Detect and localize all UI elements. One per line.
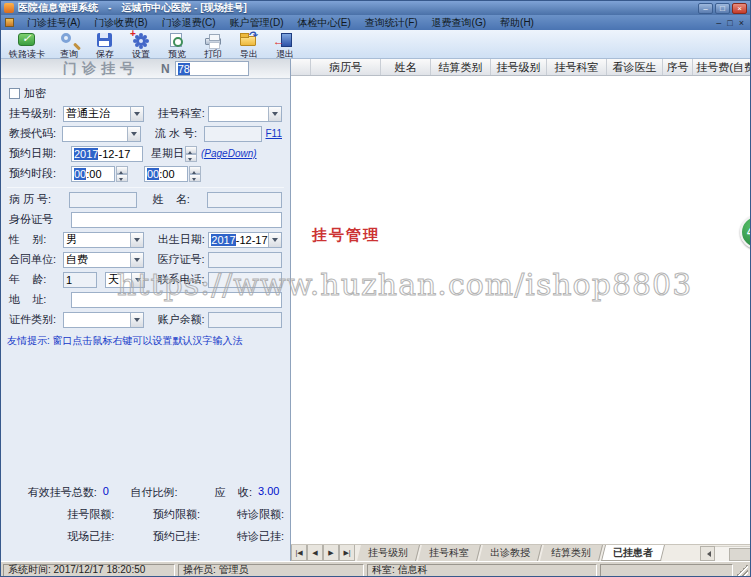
chevron-down-icon[interactable] [130, 233, 143, 247]
gender-select[interactable]: 男 [63, 232, 144, 248]
encrypt-label: 加密 [24, 86, 46, 101]
age-unit-select[interactable]: 天 [105, 272, 146, 288]
sheet-tabstrip: |◀ ◀ ▶ ▶| 挂号级别 挂号科室 出诊教授 结算类别 已挂患者 [291, 544, 751, 561]
col-doctor[interactable]: 看诊医生 [607, 59, 663, 75]
balance-input[interactable] [208, 312, 282, 328]
tab-visiting-professor[interactable]: 出诊教授 [479, 545, 542, 561]
col-seq-no[interactable]: 序号 [663, 59, 693, 75]
exit-button[interactable]: 退出 [267, 30, 303, 58]
menu-checkup-center[interactable]: 体检中心(E) [290, 15, 357, 30]
print-button[interactable]: 打印 [195, 30, 231, 58]
menu-query-stats[interactable]: 查询统计(F) [358, 15, 425, 30]
tab-reg-level[interactable]: 挂号级别 [357, 545, 420, 561]
encrypt-checkbox[interactable] [9, 88, 20, 99]
valid-count-value: 0 [103, 485, 129, 500]
chevron-down-icon[interactable] [131, 273, 144, 287]
chevron-down-icon[interactable] [127, 127, 140, 141]
col-settle-type[interactable]: 结算类别 [431, 59, 491, 75]
settings-button[interactable]: 设置 [123, 30, 159, 58]
address-input[interactable] [71, 292, 282, 308]
chevron-down-icon[interactable] [268, 107, 281, 121]
tab-last-button[interactable]: ▶| [339, 545, 355, 561]
menu-outpatient-charge[interactable]: 门诊收费(B) [87, 15, 154, 30]
id-no-input[interactable] [71, 212, 282, 228]
close-button[interactable]: × [732, 3, 747, 14]
appt-time-end-input[interactable]: 00:00 [144, 166, 188, 182]
reg-dept-select[interactable] [208, 106, 282, 122]
prof-code-select[interactable] [62, 126, 141, 142]
module-title: 挂号管理 [312, 226, 380, 245]
horizontal-scrollbar[interactable] [700, 545, 751, 561]
medical-no-input[interactable] [208, 252, 282, 268]
menu-outpatient-refund[interactable]: 门诊退费(C) [155, 15, 223, 30]
mdi-minimize-button[interactable]: – [716, 18, 721, 28]
time-end-spinner[interactable] [189, 166, 201, 182]
query-button[interactable]: 查询 [51, 30, 87, 58]
reg-level-select[interactable]: 普通主治 [63, 106, 144, 122]
menu-help[interactable]: 帮助(H) [493, 15, 541, 30]
system-time: 系统时间: 2017/12/17 18:20:50 [3, 564, 175, 577]
speed-monitor-widget[interactable]: 45% 0K/s 0K/s [744, 218, 751, 246]
birth-date-label: 出生日期: [158, 232, 209, 247]
col-reg-level[interactable]: 挂号级别 [491, 59, 547, 75]
f11-link[interactable]: F11 [266, 128, 283, 139]
registration-number-input[interactable]: 78 [175, 61, 249, 76]
contract-unit-label: 合同单位: [9, 252, 63, 267]
save-button[interactable]: 保存 [87, 30, 123, 58]
preview-button[interactable]: 预览 [159, 30, 195, 58]
col-reg-dept[interactable]: 挂号科室 [547, 59, 607, 75]
chevron-down-icon[interactable] [130, 253, 143, 267]
cert-type-select[interactable] [63, 312, 144, 328]
cert-type-label: 证件类别: [9, 312, 63, 327]
age-input[interactable]: 1 [63, 272, 97, 288]
onsite-registered-label: 现场已挂: [67, 529, 114, 544]
save-icon [93, 32, 117, 49]
summary-section: 有效挂号总数: 0 自付比例: 应 收: 3.00 挂号限额: 预约限额: 特诊… [1, 485, 290, 551]
memory-percent-badge[interactable]: 45% [740, 215, 751, 249]
mdi-restore-button[interactable]: □ [727, 18, 732, 28]
pagedown-link[interactable]: (PageDown) [201, 148, 257, 159]
patients-grid-panel: 病历号 姓名 结算类别 挂号级别 挂号科室 看诊医生 序号 挂号费(自费总额) … [291, 59, 751, 561]
tab-prev-button[interactable]: ◀ [307, 545, 323, 561]
statusbar: 系统时间: 2017/12/17 18:20:50 操作员: 管理员 科室: 信… [1, 561, 750, 577]
appt-time-start-input[interactable]: 00:00 [71, 166, 115, 182]
preview-icon [165, 32, 189, 49]
resize-grip[interactable] [736, 564, 748, 576]
chevron-down-icon[interactable] [130, 107, 143, 121]
birth-date-select[interactable]: 2017-12-17 [208, 232, 282, 248]
col-name[interactable]: 姓名 [381, 59, 431, 75]
case-no-input[interactable] [69, 192, 137, 208]
col-case-no[interactable]: 病历号 [311, 59, 381, 75]
tab-next-button[interactable]: ▶ [323, 545, 339, 561]
menu-refund-query[interactable]: 退费查询(G) [425, 15, 493, 30]
col-reg-fee[interactable]: 挂号费(自费总额) [693, 59, 751, 75]
balance-label: 账户余额: [158, 312, 209, 327]
tab-settle-type[interactable]: 结算类别 [540, 545, 603, 561]
grid-body[interactable]: 挂号管理 45% 0K/s 0K/s [291, 76, 751, 544]
mdi-close-button[interactable]: × [739, 18, 744, 28]
tab-reg-dept[interactable]: 挂号科室 [418, 545, 481, 561]
appt-time-label: 预约时段: [9, 166, 71, 181]
export-button[interactable]: 导出 [231, 30, 267, 58]
menu-account-manage[interactable]: 账户管理(D) [223, 15, 291, 30]
tab-first-button[interactable]: |◀ [291, 545, 307, 561]
name-input[interactable] [207, 192, 282, 208]
menu-outpatient-register[interactable]: 门诊挂号(A) [20, 15, 87, 30]
restore-button[interactable]: □ [715, 3, 730, 14]
tab-registered-patients[interactable]: 已挂患者 [601, 545, 665, 561]
scroll-left-icon[interactable] [700, 546, 715, 561]
serial-no-input[interactable] [204, 126, 261, 142]
read-card-button[interactable]: 铁路读卡 [3, 30, 51, 58]
appt-date-input[interactable]: 2017-12-17 [71, 146, 143, 162]
form-title: 门诊挂号 [63, 60, 139, 78]
date-spinner[interactable] [185, 146, 197, 162]
n-label: N [161, 62, 170, 76]
minimize-button[interactable]: – [698, 3, 713, 14]
summary-row: 挂号限额: 预约限额: 特诊限额: [7, 507, 284, 522]
time-start-spinner[interactable] [116, 166, 128, 182]
contract-unit-select[interactable]: 自费 [63, 252, 144, 268]
chevron-down-icon[interactable] [268, 233, 281, 247]
phone-input[interactable] [208, 272, 282, 288]
hscrollbar-thumb[interactable] [729, 548, 751, 561]
chevron-down-icon[interactable] [130, 313, 143, 327]
